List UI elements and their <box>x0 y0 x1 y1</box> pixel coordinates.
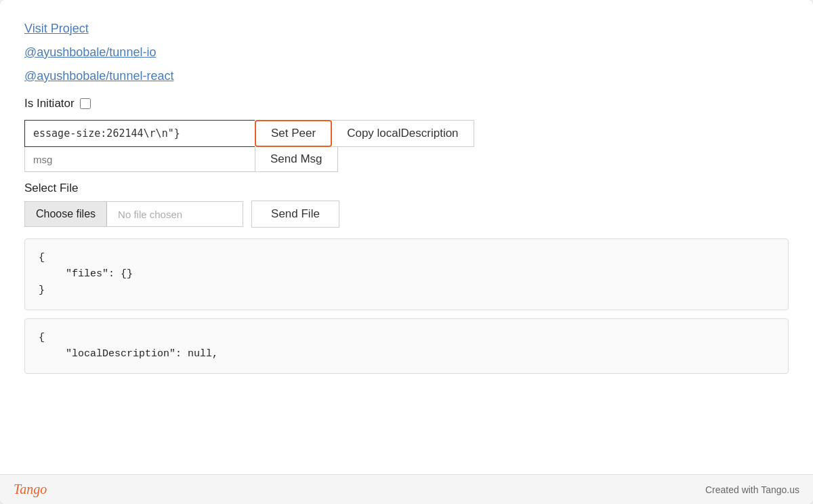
choose-files-button[interactable]: Choose files <box>25 202 107 226</box>
send-msg-button[interactable]: Send Msg <box>255 147 338 172</box>
initiator-label: Is Initiator <box>24 97 75 110</box>
json-block-files: { "files": {} } <box>24 238 789 310</box>
message-input[interactable] <box>24 147 255 172</box>
tango-logo: Tango <box>14 482 47 497</box>
tunnel-react-link[interactable]: @ayushbobale/tunnel-react <box>24 69 789 83</box>
initiator-checkbox[interactable] <box>80 98 91 109</box>
select-file-label: Select File <box>24 182 789 195</box>
copy-local-description-button[interactable]: Copy localDescription <box>332 120 474 147</box>
visit-project-link[interactable]: Visit Project <box>24 22 789 36</box>
no-file-chosen-text: No file chosen <box>107 203 243 226</box>
peer-description-input[interactable] <box>24 120 255 147</box>
json-block-local-description: { "localDescription": null, <box>24 318 789 374</box>
send-file-button[interactable]: Send File <box>251 201 339 228</box>
set-peer-button[interactable]: Set Peer <box>255 120 332 147</box>
footer-credit: Created with Tango.us <box>705 484 799 495</box>
tunnel-io-link[interactable]: @ayushbobale/tunnel-io <box>24 45 789 60</box>
